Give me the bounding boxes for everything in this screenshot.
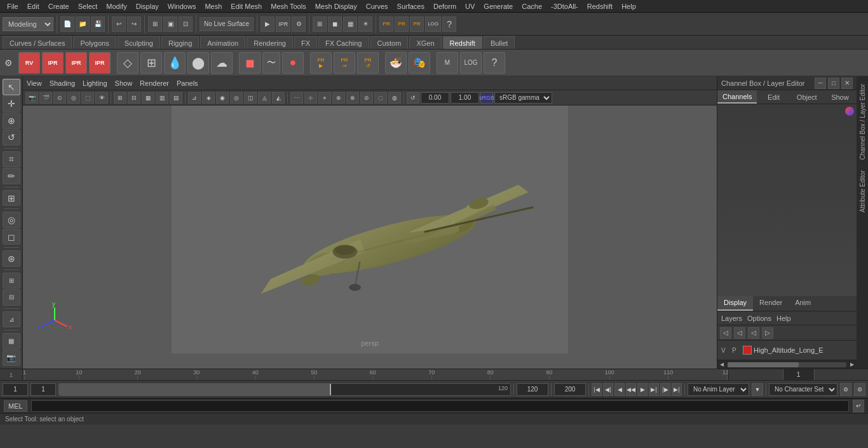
rs-ipr3-btn[interactable]: PR [410,17,424,32]
ch-tab-show[interactable]: Show [824,90,857,104]
shelf-icon-pr-start[interactable]: PR ▶ [310,52,332,74]
rs-help-btn[interactable]: ? [442,17,456,32]
paint-select-btn[interactable]: ✏ [3,168,20,184]
disp-tab-render[interactable]: Render [753,296,789,311]
vp-sel4-btn[interactable]: ◎ [230,92,243,104]
snap-to-grid-btn[interactable]: ⊞ [3,190,20,207]
vp-colorspace-select[interactable]: sRGB gamma [494,92,552,104]
shelf-icon-mat[interactable]: M [437,52,458,74]
char-set-btn2[interactable]: ⚙ [854,383,865,396]
lasso-select-btn[interactable]: ⌗ [3,151,20,168]
next-frame-btn[interactable]: ▶| [649,383,659,396]
vp-snap3-btn[interactable]: ⋄ [318,92,331,104]
dsub-layers[interactable]: Layers [721,315,742,322]
select-tool-btn[interactable]: ↖ [3,79,20,95]
menu-surfaces[interactable]: Surfaces [393,1,429,11]
vp-camonly-btn[interactable]: ⊙ [53,92,66,104]
layer-btn-2[interactable]: ◁ [734,327,745,339]
layer-btn-3[interactable]: ◁ [748,327,759,339]
menu-redshift[interactable]: Redshift [583,1,617,11]
new-scene-btn[interactable]: 📄 [60,17,74,32]
disp-tab-anim[interactable]: Anim [789,296,817,311]
prev-frame-btn[interactable]: ◀ [614,383,625,396]
menu-mesh-tools[interactable]: Mesh Tools [266,1,310,11]
shelf-icon-sphere[interactable]: ⬤ [187,52,209,74]
shelf-tab-rendering[interactable]: Rendering [247,36,293,49]
shelf-tab-animation[interactable]: Animation [200,36,245,49]
vp-snap2-btn[interactable]: ⊹ [304,92,317,104]
vp-sel7-btn[interactable]: ◭ [272,92,285,104]
vp-overlay-btn[interactable]: ▤ [170,92,182,104]
open-scene-btn[interactable]: 📁 [76,17,90,32]
scroll-left-arrow[interactable]: ◀ [717,360,726,369]
panel-maximize-btn[interactable]: □ [828,78,839,89]
vp-sel6-btn[interactable]: ◬ [258,92,271,104]
menu-uv[interactable]: UV [461,1,479,11]
vp-snap4-btn[interactable]: ⊕ [332,92,345,104]
range-max-input[interactable] [554,383,586,396]
vp-snap-btn[interactable]: ◎ [67,92,80,104]
menu-display[interactable]: Display [132,1,163,11]
plus-minus2-btn[interactable]: ⊟ [3,289,20,306]
vp-menu-view[interactable]: View [27,79,42,87]
vp-menu-panels[interactable]: Panels [177,79,198,87]
vp-snap6-btn[interactable]: ⊘ [360,92,373,104]
ipr-btn[interactable]: IPR [276,17,290,32]
vp-cam-btn[interactable]: 📷 [25,92,38,104]
shelf-tab-fx[interactable]: FX [294,36,317,49]
textured-btn[interactable]: ▦ [343,17,357,32]
dsub-help[interactable]: Help [776,315,791,322]
shelf-tab-fx-caching[interactable]: FX Caching [318,36,369,49]
select-btn[interactable]: ▣ [163,17,177,32]
vp-snap8-btn[interactable]: ◍ [388,92,401,104]
shelf-tab-sculpting[interactable]: Sculpting [118,36,160,49]
timeline-ruler[interactable]: 1102030405060708090100110120 [23,369,728,381]
shelf-icon-question[interactable]: ? [484,52,505,74]
rotate-btn[interactable]: ↺ [3,130,20,146]
shelf-icon-drop[interactable]: 💧 [164,52,186,74]
layer-color-swatch[interactable] [743,346,752,355]
lasso-btn[interactable]: ⊡ [179,17,193,32]
vp-multiplier-input[interactable] [451,92,479,104]
char-set-btn[interactable]: ⚙ [840,383,851,396]
script-enter-btn[interactable]: ↵ [853,400,864,412]
rs-log-btn[interactable]: LOG [425,17,441,32]
menu-select[interactable]: Select [74,1,102,11]
vp-menu-lighting[interactable]: Lighting [83,79,107,87]
vp-gamma-input[interactable] [421,92,449,104]
ch-tab-edit[interactable]: Edit [757,90,790,104]
vp-sel3-btn[interactable]: ◉ [216,92,229,104]
menu-3dtoall[interactable]: -3DtoAll- [546,1,583,11]
next-key-btn[interactable]: |▶ [660,383,670,396]
shelf-icon-grid[interactable]: ⊞ [140,52,162,74]
shelf-icon-cube-red[interactable]: ◼ [239,52,261,74]
menu-file[interactable]: File [3,1,23,11]
select-by-hierarchy-btn[interactable]: ⊞ [148,17,162,32]
vp-snap1-btn[interactable]: ⋯ [290,92,303,104]
vp-hide-btn[interactable]: 👁 [95,92,108,104]
transform-btn[interactable]: ✛ [3,96,20,112]
vp-menu-renderer[interactable]: Renderer [140,79,169,87]
shelf-icon-diamond[interactable]: ◇ [117,52,139,74]
prev-key-btn[interactable]: ◀| [603,383,613,396]
menu-modify[interactable]: Modify [102,1,131,11]
vp-layout3-btn[interactable]: ▦ [142,92,154,104]
menu-windows[interactable]: Windows [163,1,201,11]
shelf-tab-xgen[interactable]: XGen [409,36,441,49]
shelf-tab-curves-surfaces[interactable]: Curves / Surfaces [3,36,72,49]
menu-deform[interactable]: Deform [429,1,461,11]
vp-sel1-btn[interactable]: ⊿ [188,92,201,104]
shelf-icon-render-food[interactable]: 🍜 [385,52,407,74]
rs-ipr2-btn[interactable]: PR [395,17,409,32]
menu-generate[interactable]: Generate [479,1,517,11]
shelf-icon-render2[interactable]: 🎭 [409,52,430,74]
menu-mesh-display[interactable]: Mesh Display [311,1,362,11]
menu-create[interactable]: Create [44,1,74,11]
shelf-tab-rigging[interactable]: Rigging [161,36,199,49]
shelf-icon-rs4[interactable]: IPR [89,52,111,74]
menu-edit-mesh[interactable]: Edit Mesh [226,1,266,11]
vp-refresh-btn[interactable]: ↺ [407,92,419,104]
vp-sel2-btn[interactable]: ◈ [202,92,215,104]
anim-layer-btn[interactable]: ▼ [752,383,763,396]
shelf-tab-redshift[interactable]: Redshift [443,36,482,49]
